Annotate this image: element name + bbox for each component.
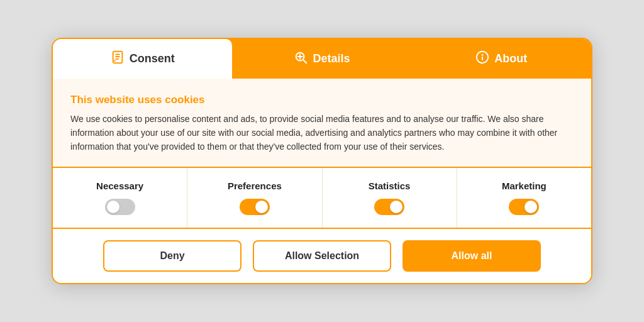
tab-bar: Consent Details About [53, 39, 591, 79]
tab-about[interactable]: About [412, 39, 591, 79]
cookie-consent-modal: Consent Details About [52, 38, 592, 284]
toggle-cell-statistics: Statistics [323, 168, 457, 228]
tab-about-label: About [494, 52, 527, 65]
toggle-label-necessary: Necessary [96, 180, 143, 191]
toggle-label-statistics: Statistics [369, 180, 411, 191]
toggle-statistics-slider [374, 199, 404, 215]
allow-all-button[interactable]: Allow all [402, 240, 541, 272]
svg-point-1 [114, 60, 116, 62]
toggle-label-marketing: Marketing [502, 180, 547, 191]
tab-details-label: Details [313, 52, 350, 65]
svg-line-3 [304, 60, 307, 64]
details-icon [294, 50, 308, 67]
toggle-label-preferences: Preferences [228, 180, 282, 191]
toggle-preferences-slider [240, 199, 270, 215]
cookie-body: We use cookies to personalise content an… [70, 113, 574, 153]
toggle-marketing[interactable] [509, 199, 539, 215]
toggle-statistics[interactable] [374, 199, 404, 215]
cookie-toggles: Necessary Preferences Statistics Marketi… [53, 168, 591, 229]
toggle-cell-preferences: Preferences [187, 168, 322, 228]
tab-consent-label: Consent [130, 52, 175, 65]
toggle-preferences[interactable] [240, 199, 270, 215]
tab-consent[interactable]: Consent [53, 39, 232, 79]
toggle-cell-necessary: Necessary [53, 168, 187, 228]
about-icon [475, 50, 489, 67]
cookie-title: This website uses cookies [70, 94, 574, 106]
allow-selection-button[interactable]: Allow Selection [253, 240, 391, 272]
consent-icon [111, 50, 125, 67]
tab-details[interactable]: Details [232, 39, 411, 79]
cookie-description: This website uses cookies We use cookies… [53, 79, 591, 167]
deny-button[interactable]: Deny [103, 240, 242, 272]
toggle-necessary[interactable] [105, 199, 135, 215]
toggle-marketing-slider [509, 199, 539, 215]
toggle-cell-marketing: Marketing [457, 168, 591, 228]
toggle-necessary-slider [105, 199, 135, 215]
action-buttons: Deny Allow Selection Allow all [53, 229, 591, 283]
